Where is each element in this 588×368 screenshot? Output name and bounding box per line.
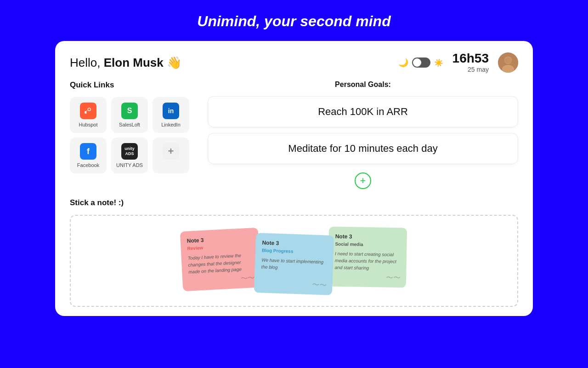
facebook-label: Facebook bbox=[77, 162, 99, 168]
salesloft-icon: S bbox=[121, 103, 138, 119]
note-3-subtitle: Social media bbox=[335, 242, 400, 247]
goals-title: Personal Goals: bbox=[208, 80, 518, 89]
add-icon: + bbox=[163, 143, 179, 160]
hubspot-icon bbox=[80, 103, 96, 119]
theme-toggle-track[interactable] bbox=[412, 58, 430, 68]
header-right: 🌙 ☀️ 16h53 25 may bbox=[398, 52, 518, 73]
theme-toggle: 🌙 ☀️ bbox=[398, 58, 443, 68]
add-quick-link-button[interactable]: + bbox=[153, 138, 189, 173]
facebook-icon: f bbox=[80, 143, 96, 160]
add-goal-button[interactable]: + bbox=[355, 172, 371, 189]
main-container: Hello, Elon Musk 👋 🌙 ☀️ 16h53 25 may bbox=[55, 41, 533, 316]
greeting-prefix: Hello, bbox=[70, 56, 104, 69]
header: Hello, Elon Musk 👋 🌙 ☀️ 16h53 25 may bbox=[55, 41, 533, 80]
unity-ads-label: UNITY ADS bbox=[116, 162, 143, 168]
greeting: Hello, Elon Musk 👋 bbox=[70, 56, 181, 70]
quick-link-facebook[interactable]: f Facebook bbox=[70, 138, 107, 173]
note-1-body: Today I have to review the changes that … bbox=[187, 251, 254, 275]
moon-icon: 🌙 bbox=[398, 58, 408, 68]
quick-link-salesloft[interactable]: S SalesLoft bbox=[111, 97, 148, 133]
right-panel: Personal Goals: Reach 100K in ARR Medita… bbox=[208, 80, 518, 189]
app-title: Unimind, your second mind bbox=[0, 0, 588, 41]
goal-item-1: Reach 100K in ARR bbox=[208, 96, 518, 127]
greeting-emoji: 👋 bbox=[167, 56, 181, 69]
note-2-title: Note 3 bbox=[262, 240, 327, 248]
clock: 16h53 25 may bbox=[452, 52, 489, 73]
content-area: Quick Links Hubspot S SalesLoft in Linke… bbox=[55, 80, 533, 198]
quick-link-hubspot[interactable]: Hubspot bbox=[70, 97, 107, 133]
quick-links-title: Quick Links bbox=[70, 80, 189, 90]
goal-item-2: Meditate for 10 minutes each day bbox=[208, 133, 518, 164]
notes-section-title: Stick a note! :) bbox=[70, 198, 518, 207]
clock-date: 25 may bbox=[452, 66, 489, 73]
avatar[interactable] bbox=[498, 52, 518, 73]
sticky-note-2: Note 3 Blog Progress We have to start im… bbox=[254, 233, 334, 295]
clock-time: 16h53 bbox=[452, 52, 489, 65]
note-2-subtitle: Blog Progress bbox=[262, 248, 327, 255]
note-3-body: I need to start creating social media ac… bbox=[334, 250, 400, 272]
linkedin-icon: in bbox=[163, 103, 179, 119]
hubspot-label: Hubspot bbox=[79, 122, 98, 127]
salesloft-label: SalesLoft bbox=[119, 122, 140, 127]
sun-icon: ☀️ bbox=[434, 58, 443, 67]
avatar-image bbox=[498, 52, 518, 73]
quick-links-grid: Hubspot S SalesLoft in LinkedIn f Facebo… bbox=[70, 97, 189, 173]
sticky-note-1: Note 3 Review Today I have to review the… bbox=[180, 228, 261, 292]
unity-ads-icon: unityADS bbox=[121, 143, 138, 160]
notes-section: Stick a note! :) Note 3 Review Today I h… bbox=[55, 198, 533, 316]
sticky-note-3: Note 3 Social media I need to start crea… bbox=[328, 227, 407, 288]
linkedin-label: LinkedIn bbox=[161, 122, 181, 127]
svg-point-3 bbox=[505, 57, 511, 63]
notes-board: Note 3 Review Today I have to review the… bbox=[70, 215, 518, 307]
note-3-squiggle: 〜〜 bbox=[386, 273, 401, 283]
theme-toggle-thumb bbox=[413, 58, 421, 67]
user-name: Elon Musk bbox=[104, 56, 164, 69]
note-1-subtitle: Review bbox=[187, 242, 252, 251]
quick-link-linkedin[interactable]: in LinkedIn bbox=[153, 97, 189, 133]
left-panel: Quick Links Hubspot S SalesLoft in Linke… bbox=[70, 80, 189, 189]
note-2-body: We have to start implementing the blog bbox=[261, 257, 327, 273]
note-3-title: Note 3 bbox=[335, 233, 401, 241]
quick-link-unity-ads[interactable]: unityADS UNITY ADS bbox=[111, 138, 148, 173]
note-1-squiggle: 〜〜 bbox=[240, 273, 255, 284]
note-2-squiggle: 〜〜 bbox=[312, 280, 327, 290]
